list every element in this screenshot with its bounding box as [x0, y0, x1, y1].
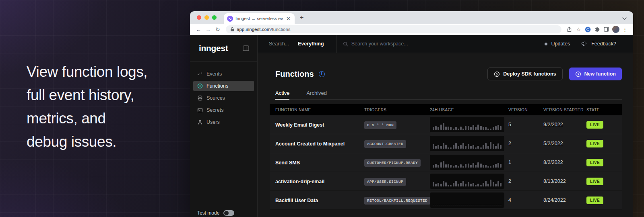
tab-archived[interactable]: Archived — [306, 90, 327, 99]
usage-cell — [430, 174, 508, 189]
megaphone-icon — [581, 41, 587, 47]
usage-bar — [458, 129, 459, 130]
usage-bar — [487, 129, 489, 130]
new-tab-button[interactable]: + — [300, 14, 303, 21]
password-manager-extension-icon[interactable] — [583, 27, 592, 33]
url-host: app.inngest.com — [237, 27, 270, 32]
sidebar-item-users[interactable]: Users — [193, 117, 254, 127]
table-row[interactable]: Account Created to MixpanelACCOUNT.CREAT… — [270, 134, 622, 153]
usage-sparkline — [430, 136, 504, 151]
usage-bar — [438, 145, 439, 149]
share-icon[interactable] — [565, 27, 574, 32]
functions-table-body: Weekly Email Digest0 9 * * MON59/2/2022L… — [270, 115, 622, 210]
usage-bar — [490, 142, 491, 149]
table-row[interactable]: Send SMSCUSTOMER/PICKUP.READY18/2/2022LI… — [270, 153, 622, 172]
usage-bar — [445, 145, 447, 149]
version-started-cell: 8/2/2022 — [543, 160, 586, 165]
state-badge: LIVE — [586, 178, 603, 185]
usage-sparkline — [430, 174, 504, 189]
trigger-cell: RETOOL/BACKFILL.REQUESTED — [364, 196, 430, 205]
test-mode-toggle[interactable] — [223, 210, 234, 216]
function-name-cell: Send SMS — [275, 159, 364, 166]
reload-icon[interactable]: ↻ — [213, 26, 223, 33]
sidebar-item-label: Functions — [206, 83, 228, 89]
usage-bar — [480, 126, 482, 130]
window-controls[interactable] — [197, 15, 217, 20]
usage-bar — [455, 127, 457, 130]
search-scope[interactable]: Everything — [298, 41, 324, 47]
deploy-sdk-functions-button[interactable]: Deploy SDK functions — [487, 68, 562, 80]
sidebar-item-label: Sources — [206, 95, 225, 101]
tab-close-icon[interactable]: ✕ — [285, 16, 291, 22]
usage-bar — [500, 183, 502, 186]
table-row[interactable]: Backfill User DataRETOOL/BACKFILL.REQUES… — [270, 191, 622, 210]
divider — [336, 35, 336, 53]
usage-bar — [458, 146, 459, 149]
url-bar[interactable]: app.inngest.com/functions — [226, 25, 561, 33]
avatar[interactable] — [611, 26, 620, 33]
url-path: /functions — [270, 27, 290, 32]
sidebar-item-sources[interactable]: Sources — [193, 93, 254, 103]
bookmark-star-icon[interactable]: ☆ — [574, 27, 583, 33]
browser-tab[interactable]: Inngest → serverless event-dri ✕ — [224, 13, 295, 24]
minimize-window-button[interactable] — [204, 15, 209, 20]
functions-table: FUNCTION NAME TRIGGERS 24H USAGE VERSION… — [270, 104, 622, 210]
sidebar-item-label: Events — [206, 71, 222, 77]
new-function-button[interactable]: New function — [569, 68, 622, 80]
sidebar-item-events[interactable]: Events — [193, 69, 254, 79]
close-window-button[interactable] — [197, 15, 201, 20]
usage-bar — [462, 143, 464, 149]
updates-dot-icon — [545, 43, 547, 45]
updates-link[interactable]: Updates — [545, 41, 570, 47]
trigger-badge: RETOOL/BACKFILL.REQUESTED — [364, 197, 430, 205]
sidebar-item-label: Secrets — [206, 107, 223, 113]
table-row[interactable]: activation-drip-emailAPP/USER.SIGNUP28/1… — [270, 172, 622, 191]
function-name[interactable]: Send SMS — [275, 160, 300, 166]
function-name[interactable]: Account Created to Mixpanel — [275, 141, 345, 147]
function-name[interactable]: Backfill User Data — [275, 198, 318, 203]
browser-menu-icon[interactable]: ⋮ — [620, 27, 630, 33]
trigger-cell: 0 9 * * MON — [364, 121, 430, 129]
circle-arrow-icon — [575, 71, 581, 77]
forward-icon[interactable]: → — [203, 27, 213, 33]
usage-bar — [473, 183, 474, 186]
trigger-cell: CUSTOMER/PICKUP.READY — [364, 158, 430, 167]
state-cell: LIVE — [586, 121, 616, 129]
usage-bar — [455, 143, 457, 149]
trigger-cell: ACCOUNT.CREATED — [364, 139, 430, 148]
usage-cell — [430, 117, 508, 132]
back-icon[interactable]: ← — [194, 27, 203, 33]
feedback-link[interactable]: Feedback? — [581, 41, 616, 47]
table-row[interactable]: Weekly Email Digest0 9 * * MON59/2/2022L… — [270, 115, 622, 134]
extensions-puzzle-icon[interactable] — [592, 27, 602, 32]
column-header: VERSION — [508, 108, 543, 112]
usage-bar — [433, 127, 434, 130]
usage-bar — [477, 125, 479, 130]
usage-bar — [485, 165, 487, 168]
search-label[interactable]: Search... — [269, 41, 289, 47]
browser-tab-strip: Inngest → serverless event-dri ✕ + — [190, 11, 633, 24]
info-icon[interactable]: i — [319, 71, 325, 77]
sidebar-item-secrets[interactable]: Secrets — [193, 105, 254, 115]
workspace-search-input[interactable]: Search your workspace... — [351, 41, 408, 47]
usage-bar — [465, 164, 466, 168]
page-title: Functions — [275, 70, 314, 79]
usage-bar — [453, 129, 454, 130]
usage-sparkline — [430, 192, 504, 208]
chevron-down-icon[interactable] — [622, 14, 627, 22]
header-actions: Deploy SDK functions New function — [487, 68, 622, 80]
maximize-window-button[interactable] — [212, 15, 217, 20]
side-panel-icon[interactable] — [602, 27, 611, 32]
tab-active[interactable]: Active — [275, 90, 289, 99]
usage-bar — [440, 146, 442, 149]
sidebar-item-functions[interactable]: Functions — [193, 81, 254, 91]
function-name[interactable]: Weekly Email Digest — [275, 122, 324, 128]
column-header: VERSION STARTED — [543, 108, 586, 112]
usage-bar — [435, 126, 437, 130]
usage-bar — [438, 165, 439, 168]
functions-page: Functions i Deploy SDK functions — [258, 53, 633, 217]
usage-bar — [443, 181, 444, 186]
collapse-sidebar-icon[interactable] — [243, 45, 249, 51]
function-name[interactable]: activation-drip-email — [275, 179, 324, 184]
usage-bar — [493, 182, 494, 186]
